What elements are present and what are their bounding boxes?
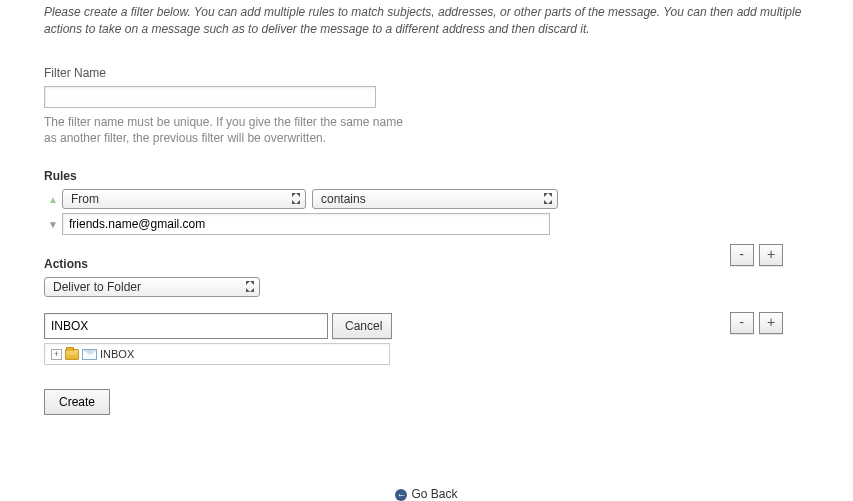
folder-icon (65, 349, 79, 360)
action-select[interactable]: Deliver to Folder (44, 277, 260, 297)
intro-text: Please create a filter below. You can ad… (44, 4, 809, 38)
tree-expand-icon[interactable]: + (51, 349, 62, 360)
rule-value-input[interactable] (62, 213, 550, 235)
actions-title: Actions (44, 257, 809, 271)
tree-inbox-label[interactable]: INBOX (100, 348, 134, 360)
add-rule-button[interactable]: + (759, 244, 783, 266)
go-back-icon: ← (395, 489, 407, 501)
rule-field-select[interactable]: From (62, 189, 306, 209)
move-down-icon[interactable]: ▼ (44, 219, 62, 230)
envelope-icon (82, 349, 97, 360)
create-button[interactable]: Create (44, 389, 110, 415)
filter-name-input[interactable] (44, 86, 376, 108)
folder-input[interactable] (44, 313, 328, 339)
cancel-button[interactable]: Cancel (332, 313, 392, 339)
folder-tree[interactable]: + INBOX (44, 343, 390, 365)
filter-name-help: The filter name must be unique. If you g… (44, 114, 404, 148)
remove-rule-button[interactable]: - (730, 244, 754, 266)
rule-condition-select[interactable]: contains (312, 189, 558, 209)
move-up-icon[interactable]: ▲ (44, 194, 62, 205)
filter-name-label: Filter Name (44, 66, 809, 80)
go-back-link[interactable]: ←Go Back (0, 487, 853, 501)
add-action-button[interactable]: + (759, 312, 783, 334)
rules-title: Rules (44, 169, 809, 183)
remove-action-button[interactable]: - (730, 312, 754, 334)
